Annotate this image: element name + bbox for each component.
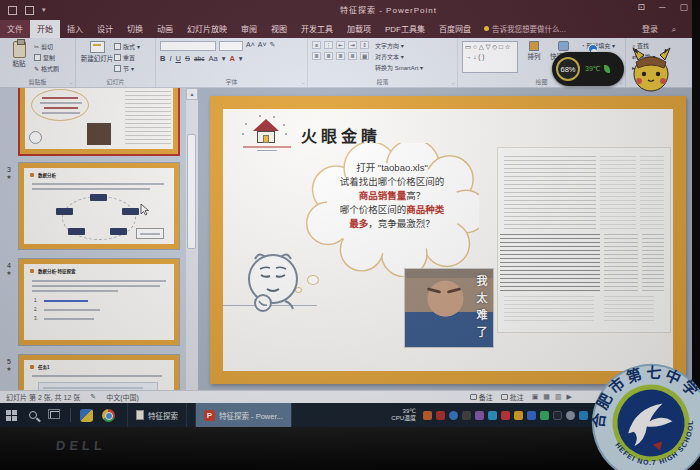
qat-dropdown-icon[interactable]: ▾ xyxy=(42,6,46,15)
bold-button[interactable]: B xyxy=(160,54,165,63)
cut-button[interactable]: ✂剪切 xyxy=(34,41,59,52)
justify-icon[interactable]: ≣ xyxy=(348,52,357,60)
dialog-launcher-icon[interactable]: ⌐ xyxy=(70,80,73,86)
tray-icon[interactable] xyxy=(566,411,575,420)
scroll-up-icon[interactable]: ▲ xyxy=(186,88,198,100)
task-view-icon[interactable] xyxy=(44,403,66,427)
thumbnail-slide-4[interactable]: 数据分析·特征探索 1. 2. 3. xyxy=(18,258,180,346)
crying-man-meme-image[interactable]: 我太难了 xyxy=(405,269,493,347)
tray-icon[interactable] xyxy=(527,411,536,420)
tray-icon[interactable] xyxy=(501,411,510,420)
slideshow-view-icon[interactable]: ▶ xyxy=(567,393,572,401)
taskbar-button-powerpoint[interactable]: P 特征探索 - Power... xyxy=(195,403,292,427)
tab-pdf-tools[interactable]: PDF工具集 xyxy=(378,20,432,38)
font-color-button[interactable]: A xyxy=(229,54,234,63)
align-left-icon[interactable]: ≣ xyxy=(312,52,321,60)
tray-icon[interactable] xyxy=(436,411,445,420)
font-name-select[interactable] xyxy=(160,41,216,51)
bullets-icon[interactable]: ≡ xyxy=(312,41,321,49)
arrange-button[interactable]: 排列 xyxy=(523,41,545,73)
text-direction-button[interactable]: 文字方向 ▾ xyxy=(375,41,423,50)
quick-access-toolbar[interactable]: ▾ xyxy=(8,6,46,15)
tab-design[interactable]: 设计 xyxy=(90,20,120,38)
tab-animations[interactable]: 动画 xyxy=(150,20,180,38)
minimize-button[interactable]: ─ xyxy=(659,2,665,12)
ribbon-display-icon[interactable]: ⊡ xyxy=(638,2,646,12)
taskbar-button-notebook[interactable]: 特征探索 xyxy=(127,403,187,427)
tray-icon[interactable] xyxy=(423,411,432,420)
shrink-font-icon[interactable]: A˅ xyxy=(258,41,267,51)
copy-button[interactable]: 复制 xyxy=(34,52,59,63)
normal-view-icon[interactable]: ▣ xyxy=(532,393,539,401)
tab-transitions[interactable]: 切换 xyxy=(120,20,150,38)
tab-slideshow[interactable]: 幻灯片放映 xyxy=(180,20,234,38)
panel-scrollbar[interactable]: ▲ xyxy=(186,88,198,390)
line-spacing-icon[interactable]: ⇕ xyxy=(360,41,369,49)
clear-format-icon[interactable]: ✎ xyxy=(270,41,276,51)
strikethrough-button[interactable]: S xyxy=(185,54,190,63)
current-slide[interactable]: 火眼金睛 打开 "taobao.xls" 试着找出哪个价格区间的 xyxy=(210,96,686,384)
scrollbar-thumb[interactable] xyxy=(187,134,196,249)
save-icon[interactable] xyxy=(8,6,17,15)
thumbnail-slide-2[interactable] xyxy=(18,88,180,156)
taskbar-search-icon[interactable] xyxy=(22,403,44,427)
new-slide-button[interactable]: 新建幻灯片 xyxy=(80,41,114,74)
thumbnail-slide-5[interactable]: 任务1 xyxy=(18,354,180,390)
start-button[interactable] xyxy=(0,403,22,427)
thinking-face-image[interactable] xyxy=(245,251,301,313)
tab-view[interactable]: 视图 xyxy=(264,20,294,38)
tell-me-box[interactable]: 告诉我您想要做什么... xyxy=(478,23,572,38)
language-indicator[interactable]: 中文(中国) xyxy=(106,392,139,402)
change-case-button[interactable]: Aa xyxy=(208,54,217,63)
slide-sorter-icon[interactable]: ▦ xyxy=(543,393,550,401)
maximize-button[interactable]: ▢ xyxy=(679,2,688,12)
decrease-indent-icon[interactable]: ⇤ xyxy=(336,41,345,49)
tab-file[interactable]: 文件 xyxy=(0,20,30,38)
tray-icon[interactable] xyxy=(488,411,497,420)
notes-button[interactable]: 备注 xyxy=(470,392,493,402)
grow-font-icon[interactable]: A˄ xyxy=(246,41,255,51)
columns-icon[interactable]: ▦ xyxy=(360,52,369,60)
align-text-button[interactable]: 对齐文本 ▾ xyxy=(375,52,423,61)
smartart-button[interactable]: 转换为 SmartArt ▾ xyxy=(375,63,423,72)
tab-developer[interactable]: 开发工具 xyxy=(294,20,340,38)
increase-indent-icon[interactable]: ⇥ xyxy=(348,41,357,49)
spreadsheet-screenshot[interactable] xyxy=(498,148,670,332)
tray-icon[interactable] xyxy=(449,411,458,420)
numbering-icon[interactable]: ⋮ xyxy=(324,41,333,49)
tab-home[interactable]: 开始 xyxy=(30,20,60,38)
char-spacing-button[interactable]: abc xyxy=(194,55,204,62)
underline-button[interactable]: U xyxy=(176,54,181,63)
tray-icon[interactable] xyxy=(514,411,523,420)
dialog-launcher-icon[interactable]: ⌐ xyxy=(452,80,455,86)
italic-button[interactable]: I xyxy=(169,54,171,63)
paste-button[interactable]: 粘贴 xyxy=(4,41,34,74)
tab-baidu-pan[interactable]: 百度网盘 xyxy=(432,20,478,38)
tray-icon[interactable] xyxy=(553,411,562,420)
search-icon[interactable]: ⌕ xyxy=(672,25,676,35)
shapes-gallery[interactable]: ▭ ○ △ ▽ ◇ □ ☆ → ↓ ( ) xyxy=(462,41,518,73)
pikachu-battery-widget[interactable]: 68% 39℃ xyxy=(552,44,672,92)
tray-icon[interactable] xyxy=(462,411,471,420)
tab-addins[interactable]: 加载项 xyxy=(340,20,378,38)
comments-button[interactable]: 批注 xyxy=(501,392,524,402)
reset-button[interactable]: 重置 xyxy=(114,52,140,63)
python-icon[interactable] xyxy=(75,403,97,427)
spell-check-icon[interactable]: ✎ xyxy=(90,393,96,401)
reading-view-icon[interactable]: ▥ xyxy=(555,393,562,401)
thumbnail-slide-3[interactable]: 数据分析 xyxy=(18,162,180,250)
layout-button[interactable]: 版式▾ xyxy=(114,41,140,52)
tab-review[interactable]: 审阅 xyxy=(234,20,264,38)
tab-insert[interactable]: 插入 xyxy=(60,20,90,38)
house-icon[interactable] xyxy=(249,119,285,153)
dialog-launcher-icon[interactable]: ⌐ xyxy=(302,80,305,86)
section-button[interactable]: 节▾ xyxy=(114,63,140,74)
chrome-icon[interactable] xyxy=(97,403,119,427)
tray-icon[interactable] xyxy=(475,411,484,420)
sign-in-link[interactable]: 登录 xyxy=(642,23,658,34)
tray-icon[interactable] xyxy=(540,411,549,420)
format-painter-button[interactable]: ✎格式刷 xyxy=(34,63,59,74)
align-right-icon[interactable]: ≣ xyxy=(336,52,345,60)
align-center-icon[interactable]: ≣ xyxy=(324,52,333,60)
slideshow-icon[interactable] xyxy=(25,6,34,15)
